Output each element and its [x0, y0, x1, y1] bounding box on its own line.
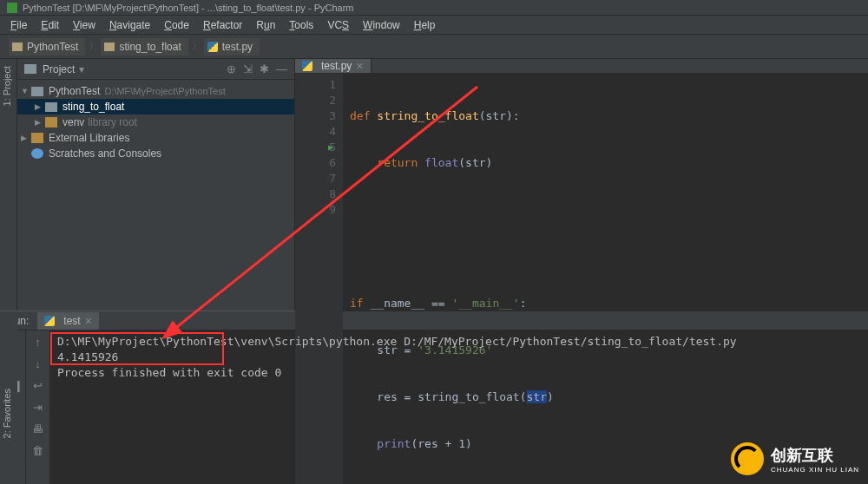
project-tool-tab[interactable]: 1: Project	[0, 59, 14, 113]
menu-tools[interactable]: Tools	[282, 16, 320, 34]
breadcrumb-label: test.py	[222, 41, 253, 53]
gear-icon[interactable]: ✱	[260, 62, 269, 75]
left-tool-strip-lower: 2: Favorites	[0, 312, 17, 468]
collapse-icon[interactable]: ⇲	[243, 62, 253, 75]
tab-label: test.py	[321, 60, 352, 72]
left-tool-strip: 1: Project	[0, 59, 17, 311]
scroll-icon[interactable]: ⇥	[33, 401, 43, 414]
tree-ext-libs[interactable]: ▶External Libraries	[17, 130, 294, 146]
breadcrumb-root[interactable]: PythonTest	[9, 38, 85, 56]
folder-icon	[104, 43, 115, 51]
favorites-tool-tab[interactable]: 2: Favorites	[0, 382, 14, 445]
menu-help[interactable]: Help	[407, 16, 443, 34]
console-line-result: 4.1415926	[57, 350, 861, 365]
project-icon	[24, 64, 36, 74]
console-line-exit: Process finished with exit code 0	[57, 365, 861, 381]
menu-run[interactable]: Run	[249, 16, 282, 34]
menu-file[interactable]: File	[3, 16, 34, 34]
menu-bar: File Edit View Navigate Code Refactor Ru…	[0, 16, 868, 35]
run-tab-test[interactable]: test ×	[37, 312, 99, 330]
menu-vcs[interactable]: VCS	[320, 16, 356, 34]
run-tab-label: test	[63, 315, 80, 327]
window-title: PythonTest [D:\MF\MyProject\PythonTest] …	[23, 3, 353, 13]
library-icon	[31, 133, 43, 143]
folder-icon	[12, 43, 23, 51]
console-line: D:\MF\MyProject\PythonTest\venv\Scripts\…	[57, 334, 861, 350]
print-icon[interactable]: 🖶	[32, 422, 43, 435]
watermark-subtext: CHUANG XIN HU LIAN	[771, 466, 859, 474]
app-icon	[7, 3, 17, 13]
library-icon	[45, 117, 57, 128]
python-icon	[207, 42, 218, 52]
scratch-icon	[31, 148, 43, 159]
folder-icon	[45, 102, 57, 112]
breadcrumb-folder[interactable]: sting_to_float	[101, 38, 187, 56]
down-icon[interactable]: ↓	[35, 357, 41, 370]
chevron-right-icon: 〉	[89, 39, 99, 54]
breadcrumb-bar: PythonTest 〉 sting_to_float 〉 test.py	[0, 35, 868, 59]
watermark: 创新互联 CHUANG XIN HU LIAN	[731, 442, 859, 475]
dropdown-icon[interactable]: ▾	[79, 63, 84, 75]
menu-edit[interactable]: Edit	[34, 16, 66, 34]
run-gutter-icon[interactable]: ▶	[328, 140, 333, 155]
project-header: Project ▾ ⊕ ⇲ ✱ —	[17, 59, 294, 80]
python-icon	[44, 316, 55, 326]
breadcrumb-label: PythonTest	[27, 41, 78, 53]
close-icon[interactable]: ×	[356, 59, 363, 73]
hide-icon[interactable]: —	[276, 62, 287, 75]
breadcrumb-label: sting_to_float	[119, 41, 181, 53]
tree-root[interactable]: ▼PythonTestD:\MF\MyProject\PythonTest	[17, 83, 294, 99]
project-panel: Project ▾ ⊕ ⇲ ✱ — ▼PythonTestD:\MF\MyPro…	[17, 59, 295, 311]
up-icon[interactable]: ↑	[35, 336, 41, 349]
editor-area: test.py × 1 2 3 4 5▶ 6 7 8 9 def string_…	[295, 59, 868, 311]
main-area: 1: Project Project ▾ ⊕ ⇲ ✱ — ▼PythonTest…	[0, 59, 868, 311]
tree-folder-sting[interactable]: ▶sting_to_float	[17, 99, 294, 114]
watermark-text: 创新互联	[771, 447, 833, 464]
menu-window[interactable]: Window	[356, 16, 407, 34]
menu-navigate[interactable]: Navigate	[102, 16, 157, 34]
menu-code[interactable]: Code	[157, 16, 196, 34]
trash-icon[interactable]: 🗑	[32, 444, 43, 457]
editor-tab-test[interactable]: test.py ×	[295, 59, 372, 73]
title-bar: PythonTest [D:\MF\MyProject\PythonTest] …	[0, 0, 868, 16]
menu-view[interactable]: View	[66, 16, 102, 34]
tree-scratches[interactable]: Scratches and Consoles	[17, 146, 294, 161]
python-icon	[302, 61, 312, 71]
folder-icon	[31, 87, 43, 96]
target-icon[interactable]: ⊕	[227, 62, 236, 75]
run-header: Run: test ×	[0, 311, 868, 330]
wrap-icon[interactable]: ↩	[33, 379, 43, 392]
breadcrumb-file[interactable]: test.py	[204, 38, 260, 56]
watermark-logo	[731, 442, 764, 475]
tree-folder-venv[interactable]: ▶venvlibrary root	[17, 114, 294, 130]
chevron-right-icon: 〉	[192, 39, 202, 54]
project-title-label: Project	[43, 63, 75, 75]
close-icon[interactable]: ×	[85, 314, 92, 328]
run-controls-secondary: ↑ ↓ ↩ ⇥ 🖶 🗑	[26, 330, 50, 484]
editor-tabs: test.py ×	[295, 59, 868, 74]
menu-refactor[interactable]: Refactor	[196, 16, 249, 34]
project-tree: ▼PythonTestD:\MF\MyProject\PythonTest ▶s…	[17, 80, 294, 165]
